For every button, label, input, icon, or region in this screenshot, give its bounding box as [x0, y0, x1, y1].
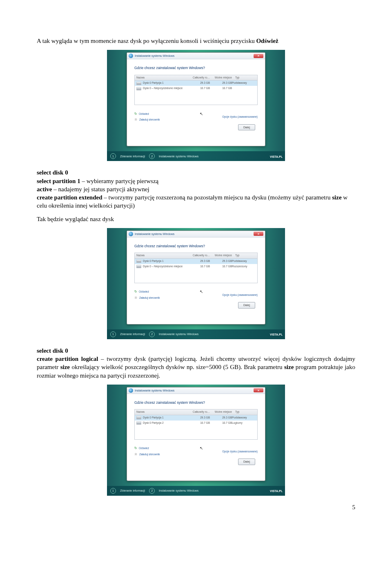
brand-label: VISTA.PL: [270, 155, 283, 159]
window-title: Instalowanie systemu Windows: [135, 389, 174, 392]
back-icon[interactable]: ←: [129, 54, 133, 58]
next-button[interactable]: Dalej: [238, 302, 255, 308]
load-driver-link[interactable]: ⛭Załaduj sterownik: [134, 296, 160, 300]
dialog: ← Instalowanie systemu Windows ✕ Gdzie c…: [127, 387, 265, 481]
cmd-desc: – nadajemy jej status partycji aktywnej: [52, 186, 149, 192]
cell: 29.3 GB: [188, 260, 210, 263]
next-button[interactable]: Dalej: [238, 124, 255, 130]
close-icon[interactable]: ✕: [254, 232, 263, 236]
install-question: Gdzie chcesz zainstalować system Windows…: [134, 401, 258, 405]
col-name: Nazwa: [135, 409, 189, 415]
cell: Podstawowy: [232, 81, 256, 85]
cmd-param: size: [60, 364, 70, 370]
advanced-link[interactable]: Opcje dysku (zaawansowane): [222, 290, 258, 300]
cell: Dysk 0 Partycja 1: [143, 416, 188, 420]
refresh-link[interactable]: ↻Odśwież: [134, 446, 160, 451]
paragraph-intro: A tak wygląda w tym momencie nasz dysk p…: [37, 37, 355, 45]
refresh-link[interactable]: ↻Odśwież: [134, 290, 160, 294]
next-button[interactable]: Dalej: [238, 459, 255, 465]
table-row[interactable]: Dysk 0 Partycja 1 29.3 GB 29.3 GB Podsta…: [135, 259, 257, 264]
steps-bar: 1 Zbieranie informacji 2 Instalowanie sy…: [107, 329, 285, 339]
installer-window: ← Instalowanie systemu Windows ✕ Gdzie c…: [107, 228, 285, 339]
command-block-2: select disk 0 create partition logical –…: [37, 347, 355, 380]
drive-icon: [136, 260, 141, 263]
step-1-label: Zbieranie informacji: [120, 332, 145, 336]
cell: 29.3 GB: [188, 81, 210, 85]
step-2-badge: 2: [149, 331, 155, 337]
col-free: Wolne miejsce: [212, 253, 234, 258]
cmd: select partition 1: [37, 178, 80, 184]
table-row[interactable]: Dysk 0 – Nieprzydzielone miejsce 10.7 GB…: [135, 86, 257, 91]
step-1-badge: 1: [110, 331, 116, 337]
step-1-label: Zbieranie informacji: [120, 154, 145, 158]
titlebar: ← Instalowanie systemu Windows ✕: [127, 53, 265, 59]
step-2-label: Instalowanie systemu Windows: [159, 154, 198, 158]
steps-bar: 1 Zbieranie informacji 2 Instalowanie sy…: [107, 486, 285, 496]
disk-table-header: Nazwa Całkowity ro… Wolne miejsce Typ: [134, 409, 258, 415]
cell: Logiczny: [232, 421, 256, 425]
titlebar: ← Instalowanie systemu Windows ✕: [127, 387, 265, 394]
close-icon[interactable]: ✕: [254, 54, 263, 58]
load-driver-link[interactable]: ⛭Załaduj sterownik: [134, 452, 160, 457]
cell: Podstawowy: [232, 260, 256, 263]
window-title: Instalowanie systemu Windows: [135, 54, 174, 58]
installer-window: ← Instalowanie systemu Windows ✕ Gdzie c…: [107, 385, 285, 496]
close-icon[interactable]: ✕: [254, 388, 263, 392]
cell: Dysk 0 Partycja 1: [143, 81, 188, 85]
dialog: ← Instalowanie systemu Windows ✕ Gdzie c…: [127, 52, 265, 146]
brand-label: VISTA.PL: [270, 489, 283, 493]
install-question: Gdzie chcesz zainstalować system Windows…: [134, 244, 258, 248]
disk-table-header: Nazwa Całkowity ro… Wolne miejsce Typ: [134, 75, 258, 81]
window-title: Instalowanie systemu Windows: [135, 232, 174, 236]
cmd: create partition extended: [37, 194, 102, 201]
step-2-badge: 2: [149, 488, 155, 494]
col-type: Typ: [234, 253, 257, 258]
dialog: ← Instalowanie systemu Windows ✕ Gdzie c…: [127, 230, 265, 324]
table-row[interactable]: Dysk 0 – Nieprzydzielone miejsce 10.7 GB…: [135, 264, 257, 269]
cell: 10.7 GB: [210, 265, 232, 269]
command-block-1: select disk 0 select partition 1 – wybie…: [37, 168, 355, 210]
text: A tak wygląda w tym momencie nasz dysk p…: [37, 38, 256, 44]
step-2-label: Instalowanie systemu Windows: [159, 332, 198, 336]
cmd-param: size: [284, 364, 294, 370]
drive-icon: [136, 87, 141, 90]
col-type: Typ: [234, 75, 257, 81]
links-row: ↻Odśwież ⛭Załaduj sterownik Opcje dysku …: [134, 446, 258, 457]
gear-icon: ⛭: [134, 452, 138, 457]
cmd: create partition logical: [37, 356, 98, 362]
refresh-icon: ↻: [134, 112, 137, 116]
cmd: select disk 0: [37, 347, 68, 354]
cmd-desc: określający wielkość poszczególnych dysk…: [70, 364, 284, 370]
cell: Rozszerzony: [232, 265, 256, 269]
table-row[interactable]: Dysk 0 Partycja 1 29.3 GB 29.3 GB Podsta…: [135, 415, 257, 421]
cell: 29.3 GB: [210, 81, 232, 85]
cell: 10.7 GB: [188, 421, 210, 425]
cell: 29.3 GB: [210, 260, 232, 263]
page-number: 5: [37, 503, 355, 511]
drive-icon: [136, 265, 141, 268]
cell: Podstawowy: [232, 416, 256, 420]
advanced-link[interactable]: Opcje dysku (zaawansowane): [222, 446, 258, 457]
load-driver-link[interactable]: ⛭Załaduj sterownik: [134, 118, 160, 122]
cell: 29.3 GB: [210, 416, 232, 420]
back-icon[interactable]: ←: [129, 232, 133, 236]
refresh-icon: ↻: [134, 446, 137, 451]
back-icon[interactable]: ←: [129, 388, 133, 393]
advanced-link[interactable]: Opcje dysku (zaawansowane): [222, 112, 258, 123]
screenshot-2: ← Instalowanie systemu Windows ✕ Gdzie c…: [37, 228, 355, 339]
cell: 10.7 GB: [188, 265, 210, 269]
table-row[interactable]: Dysk 0 Partycja 1 29.3 GB 29.3 GB Podsta…: [135, 81, 257, 86]
disk-table-header: Nazwa Całkowity ro… Wolne miejsce Typ: [134, 253, 258, 259]
refresh-link[interactable]: ↻Odśwież: [134, 112, 160, 116]
cell: 29.3 GB: [188, 416, 210, 420]
col-total: Całkowity ro…: [189, 75, 212, 81]
table-row[interactable]: Dysk 0 Partycja 2 10.7 GB 10.7 GB Logicz…: [135, 421, 257, 426]
cell: Dysk 0 Partycja 2: [143, 421, 188, 425]
step-1-badge: 1: [110, 488, 116, 494]
cmd: active: [37, 186, 52, 192]
links-row: ↻Odśwież ⛭Załaduj sterownik Opcje dysku …: [134, 112, 258, 123]
gear-icon: ⛭: [134, 118, 138, 122]
col-total: Całkowity ro…: [189, 253, 212, 258]
col-name: Nazwa: [135, 253, 189, 258]
cell: 10.7 GB: [210, 87, 232, 90]
